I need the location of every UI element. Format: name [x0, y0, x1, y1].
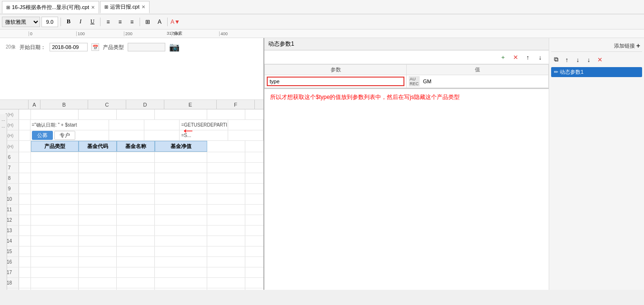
param-name-input-1[interactable]	[267, 77, 404, 86]
panel-toolbar: + ✕ ↑ ↓	[264, 50, 549, 64]
cell-5-A[interactable]	[19, 141, 31, 152]
tab-item-2[interactable]: ⊞ 运营日报.cpt ✕	[100, 1, 150, 13]
tab-label-2: 运营日报.cpt	[110, 3, 140, 10]
sidebar-delete-button[interactable]: ✕	[595, 55, 604, 64]
align-center-button[interactable]: ≡	[115, 17, 125, 27]
grid-container: 1(H) ← 2(H) ="确认日期: " + $start	[0, 109, 263, 290]
param-value-text-1: GM	[422, 78, 546, 85]
cell-1-F[interactable]	[207, 109, 245, 119]
right-content: 动态参数1 + ✕ ↑ ↓ 参数 值	[264, 38, 644, 290]
add-param-button[interactable]: +	[498, 52, 508, 62]
toolbar: 微软雅黑 B I U ≡ ≡ ≡ ⊞ A A▼	[0, 14, 644, 30]
sidebar-item-dynamic-params-1[interactable]: ✏ 动态参数1	[551, 67, 642, 77]
cell-3-C[interactable]	[109, 130, 144, 140]
cell-3-A[interactable]	[19, 130, 30, 140]
sidebar-up-button[interactable]: ↑	[562, 55, 572, 64]
cell-5-D[interactable]: 基金名称	[117, 141, 155, 152]
sidebar-header: 添加链接 +	[551, 40, 642, 52]
ruler-mark-200: 200	[124, 31, 171, 36]
sidebar-down2-button[interactable]: ↓	[584, 55, 594, 64]
border-button[interactable]: ⊞	[142, 17, 153, 27]
params-table: 参数 值 AUREC GM	[264, 64, 549, 88]
cell-2-A[interactable]	[19, 120, 30, 130]
cell-1-C[interactable]	[79, 109, 117, 119]
tab-gonmu-button[interactable]: 公募	[32, 131, 53, 140]
bold-button[interactable]: B	[63, 17, 74, 27]
align-left-button[interactable]: ≡	[103, 17, 113, 27]
table-row: 1(H)	[0, 109, 263, 120]
font-color-button[interactable]: A▼	[170, 17, 181, 27]
align-right-button[interactable]: ≡	[127, 17, 137, 27]
cell-1-B[interactable]	[31, 109, 79, 119]
param-type-icon-1: AUREC	[409, 76, 420, 87]
ruler-numbers: 0 100 200 300 400	[29, 31, 267, 36]
calendar-icon[interactable]: 📅	[91, 43, 99, 51]
cell-5-F[interactable]	[207, 141, 245, 152]
cell-3-F[interactable]	[228, 130, 263, 140]
left-strip: ··· ···	[0, 114, 7, 290]
product-type-box[interactable]	[128, 43, 165, 51]
cell-1-A[interactable]	[19, 109, 31, 119]
start-date-value[interactable]: 2018-08-09	[50, 43, 88, 51]
cell-2-B[interactable]: ="确认日期: " + $start	[30, 120, 110, 130]
sidebar-item-label-1: 动态参数1	[560, 69, 584, 76]
left-strip-marker-2: ···	[1, 125, 5, 129]
col-header-C: C	[88, 100, 126, 109]
add-link-label: 添加链接	[614, 42, 635, 49]
font-family-select[interactable]: 微软雅黑	[2, 17, 40, 27]
tab-zhuanhu-button[interactable]: 专户	[54, 131, 75, 140]
toolbar-sep-2	[100, 18, 101, 26]
sidebar-copy-button[interactable]: ⧉	[551, 55, 561, 64]
comment-text: 所以才想获取这个$type的值放到参数列表中，然后在写js隐藏这个产品类型	[270, 94, 460, 100]
edit-icon: ✏	[554, 69, 558, 75]
tab-close-1[interactable]: ✕	[91, 5, 95, 10]
sidebar-down-button[interactable]: ↓	[573, 55, 583, 64]
pixel-label: 20像	[6, 44, 16, 50]
add-link-button[interactable]: 添加链接 +	[614, 42, 640, 49]
cell-5-E[interactable]: 基金净值	[155, 141, 207, 152]
cell-2-C[interactable]	[109, 120, 144, 130]
form-header: 20像 开始日期： 2018-08-09 📅 产品类型 📷	[0, 38, 263, 100]
add-link-icon: +	[636, 42, 640, 49]
table-row: 6	[0, 152, 263, 163]
panel-title: 动态参数1	[268, 40, 294, 48]
move-up-param-button[interactable]: ↑	[523, 52, 533, 62]
sidebar-item-list: ✏ 动态参数1	[551, 67, 642, 77]
cell-2-E[interactable]: =GETUSERDEPARTI...	[180, 120, 228, 130]
cell-3-D[interactable]	[144, 130, 180, 140]
cell-3-tabs[interactable]: 公募 专户	[30, 130, 110, 140]
table-row: 17	[0, 267, 263, 278]
cell-5-C[interactable]: 基金代码	[79, 141, 117, 152]
cell-3-E[interactable]: =S...	[180, 130, 228, 140]
tab-item-1[interactable]: ⊞ 16-JS根据条件控...显示(可用).cpt ✕	[2, 1, 99, 13]
table-row: 10	[0, 194, 263, 205]
col-header-F: F	[217, 100, 255, 109]
pixel-indicator: 317像素	[167, 30, 182, 37]
tab-close-2[interactable]: ✕	[141, 4, 145, 10]
comment-area: 所以才想获取这个$type的值放到参数列表中，然后在写js隐藏这个产品类型	[264, 89, 549, 106]
move-down-param-button[interactable]: ↓	[535, 52, 545, 62]
delete-param-button[interactable]: ✕	[511, 52, 520, 62]
italic-button[interactable]: I	[75, 17, 86, 27]
font-size-input[interactable]	[41, 17, 58, 27]
fill-button[interactable]: A	[154, 17, 165, 27]
sidebar-toolbar: ⧉ ↑ ↓ ↓ ✕	[551, 54, 642, 65]
toolbar-sep-4	[167, 18, 168, 26]
cell-2-D[interactable]	[144, 120, 180, 130]
cell-1-D[interactable]	[117, 109, 155, 119]
table-row: 7	[0, 163, 263, 173]
table-row: 16	[0, 257, 263, 267]
underline-button[interactable]: U	[87, 17, 98, 27]
left-strip-marker-1: ···	[1, 118, 5, 123]
tab-bar: ⊞ 16-JS根据条件控...显示(可用).cpt ✕ ⊞ 运营日报.cpt ✕	[0, 0, 644, 14]
cell-5-B[interactable]: 产品类型	[31, 141, 79, 152]
table-row: 3(H) 公募 专户 =S...	[0, 130, 263, 141]
cell-1-E[interactable]	[155, 109, 207, 119]
panel-title-bar: 动态参数1	[264, 38, 549, 50]
table-row: 14	[0, 236, 263, 246]
table-row: 9	[0, 184, 263, 194]
params-col-value: 值	[407, 65, 549, 75]
cell-2-F[interactable]	[228, 120, 263, 130]
center-panel: 动态参数1 + ✕ ↑ ↓ 参数 值	[264, 38, 549, 290]
col-corner	[0, 100, 29, 109]
